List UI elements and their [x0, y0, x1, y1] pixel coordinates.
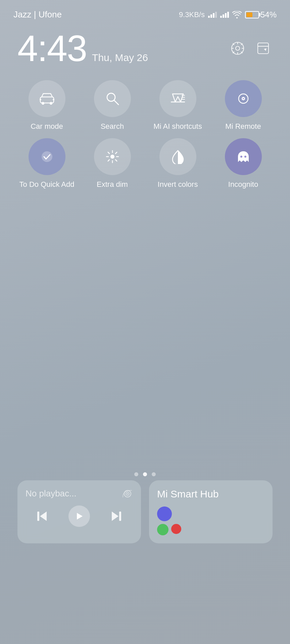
hub-title: Mi Smart Hub: [157, 488, 264, 500]
tile-invert-label: Invert colors: [158, 180, 198, 190]
tile-car-mode-label: Car mode: [31, 122, 63, 131]
clock-icons: [228, 39, 273, 58]
bar4b: [227, 12, 229, 18]
cast-icon[interactable]: [122, 489, 133, 498]
svg-rect-46: [119, 512, 121, 521]
hub-dot-green: [157, 524, 168, 535]
clock-section: 4:43 Thu, May 26: [0, 23, 290, 70]
battery-percent: 54%: [260, 10, 277, 19]
tile-search-label: Search: [101, 122, 124, 131]
bar1b: [220, 16, 222, 18]
svg-point-28: [110, 155, 114, 159]
tile-incognito[interactable]: Incognito: [214, 138, 273, 190]
battery-fill: [246, 12, 252, 17]
hub-dot-blue: [157, 506, 172, 521]
tile-search-circle: [94, 80, 131, 117]
tile-extra-dim[interactable]: Extra dim: [83, 138, 142, 190]
tile-car-mode-circle: [29, 80, 65, 117]
date-display: Thu, May 26: [92, 52, 148, 63]
page-dot-3[interactable]: [152, 472, 156, 476]
tile-invert[interactable]: Invert colors: [148, 138, 207, 190]
page-dot-1[interactable]: [134, 472, 138, 476]
network-speed: 9.3KB/s: [179, 10, 205, 19]
carrier-text: Jazz | Ufone: [13, 9, 62, 20]
tile-mi-remote-label: Mi Remote: [225, 122, 261, 131]
svg-point-27: [42, 151, 52, 162]
tile-mi-remote-circle: [225, 80, 262, 117]
svg-rect-12: [40, 97, 54, 103]
tile-extra-dim-circle: [94, 138, 131, 175]
page-dots: [0, 472, 290, 476]
media-title-text: No playbac...: [26, 488, 77, 499]
tile-mi-ai[interactable]: Mi AI shortcuts: [148, 80, 207, 131]
tile-invert-circle: [159, 138, 196, 175]
svg-line-34: [115, 160, 117, 161]
svg-rect-43: [37, 512, 39, 521]
edit-icon-btn[interactable]: [254, 39, 273, 58]
previous-button[interactable]: [36, 510, 48, 522]
tile-search[interactable]: Search: [83, 80, 142, 131]
tiles-grid: Car mode Search Mi AI shortcuts: [0, 70, 290, 193]
battery-icon: [245, 11, 259, 18]
smarthub-widget[interactable]: Mi Smart Hub: [149, 480, 273, 543]
page-dot-2[interactable]: [143, 472, 147, 476]
clock-left: 4:43 Thu, May 26: [17, 30, 148, 67]
svg-point-38: [244, 156, 246, 158]
bar2b: [223, 14, 224, 18]
signal-bars-2: [220, 12, 229, 18]
svg-marker-45: [112, 512, 118, 521]
tile-mi-ai-label: Mi AI shortcuts: [153, 122, 202, 131]
widgets-row: No playbac...: [17, 480, 273, 543]
svg-line-35: [115, 152, 117, 153]
hub-dot-red: [171, 524, 181, 534]
svg-point-26: [243, 98, 244, 99]
svg-line-33: [108, 152, 109, 153]
status-right: 9.3KB/s 54: [179, 10, 277, 19]
media-title-row: No playbac...: [26, 488, 133, 499]
bar3b: [225, 13, 227, 18]
tile-incognito-label: Incognito: [228, 180, 258, 190]
svg-marker-44: [77, 513, 83, 520]
tile-mi-remote[interactable]: Mi Remote: [214, 80, 273, 131]
svg-point-41: [127, 493, 128, 494]
hub-dots: [157, 506, 184, 535]
bar3: [213, 13, 214, 18]
tile-mi-ai-circle: [159, 80, 196, 117]
svg-point-37: [240, 156, 242, 158]
svg-point-13: [42, 102, 44, 105]
svg-line-18: [114, 100, 118, 105]
tile-car-mode[interactable]: Car mode: [17, 80, 76, 131]
media-widget: No playbac...: [17, 480, 141, 543]
time-display: 4:43: [17, 30, 87, 67]
signal-bars-1: [208, 12, 217, 18]
tile-todo-label: To Do Quick Add: [19, 180, 75, 190]
play-button[interactable]: [68, 505, 90, 527]
svg-rect-10: [258, 43, 269, 54]
svg-point-14: [50, 102, 52, 105]
status-bar: Jazz | Ufone 9.3KB/s: [0, 0, 290, 23]
bar2: [210, 14, 212, 18]
tile-todo[interactable]: To Do Quick Add: [17, 138, 76, 190]
wifi-icon: [232, 11, 242, 18]
bar1: [208, 16, 210, 18]
battery-indicator: 54%: [245, 10, 277, 19]
tile-todo-circle: [29, 138, 65, 175]
tile-extra-dim-label: Extra dim: [97, 180, 128, 190]
next-button[interactable]: [110, 510, 123, 522]
settings-icon-btn[interactable]: [228, 39, 247, 58]
svg-marker-42: [40, 512, 47, 521]
tile-incognito-circle: [225, 138, 262, 175]
media-controls: [26, 505, 133, 527]
svg-point-1: [236, 46, 240, 50]
bar4: [215, 12, 217, 18]
svg-line-36: [108, 160, 109, 161]
